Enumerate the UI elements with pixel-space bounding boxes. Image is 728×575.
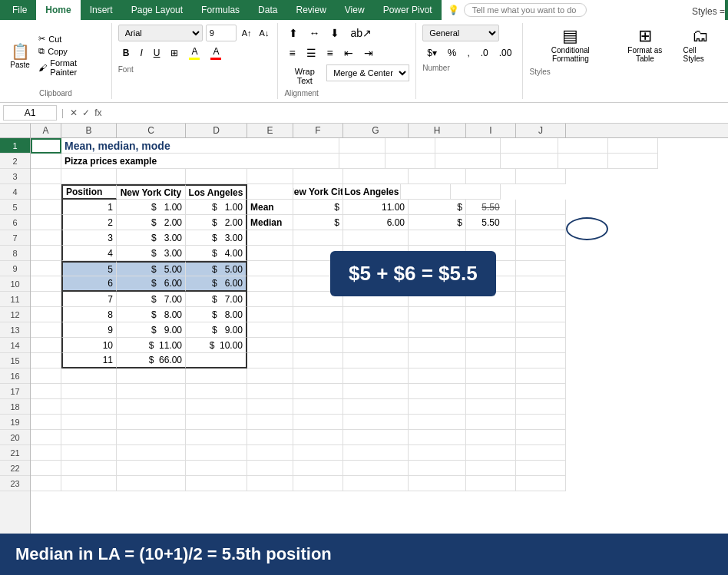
cell-h3[interactable]	[409, 169, 466, 184]
cell-j12[interactable]	[516, 307, 566, 322]
cell-e9[interactable]	[247, 261, 293, 276]
cell-c7[interactable]: $ 3.00	[117, 230, 186, 246]
number-format-select[interactable]: General	[422, 25, 499, 41]
cell-d11[interactable]: $ 7.00	[186, 292, 247, 307]
cell-c6[interactable]: $ 2.00	[117, 215, 186, 230]
col-header-j[interactable]: J	[516, 124, 566, 137]
cell-f4[interactable]: New York City	[293, 184, 343, 200]
cell-f12[interactable]	[293, 307, 343, 322]
cell-b12[interactable]: 8	[61, 307, 117, 322]
name-box[interactable]: A1	[3, 105, 57, 121]
tab-page-layout[interactable]: Page Layout	[122, 0, 192, 20]
cell-a16[interactable]	[31, 368, 61, 384]
cell-j8[interactable]	[516, 246, 566, 261]
tab-power-pivot[interactable]: Power Pivot	[374, 0, 442, 20]
cell-h12[interactable]	[409, 307, 466, 322]
cell-b13[interactable]: 9	[61, 322, 117, 338]
align-right-button[interactable]: ≡	[323, 45, 338, 61]
tab-view[interactable]: View	[336, 0, 374, 20]
cell-e6[interactable]: Median	[247, 215, 293, 230]
cell-b9[interactable]: 5	[61, 261, 117, 276]
paste-button[interactable]: 📋 Paste	[6, 41, 34, 71]
cell-a6[interactable]	[31, 215, 61, 230]
row-header-7[interactable]: 7	[0, 230, 30, 246]
decrease-indent-button[interactable]: ⇤	[339, 45, 358, 61]
cell-g15[interactable]	[343, 353, 409, 368]
row-header-18[interactable]: 18	[0, 399, 30, 415]
cell-b4-position[interactable]: Position	[61, 184, 117, 200]
cell-a15[interactable]	[31, 353, 61, 368]
cell-d14[interactable]: $ 10.00	[186, 338, 247, 353]
col-header-g[interactable]: G	[343, 124, 409, 137]
conditional-formatting-button[interactable]: ▤ Conditional Formatting	[529, 25, 611, 64]
cell-a11[interactable]	[31, 292, 61, 307]
row-header-12[interactable]: 12	[0, 307, 30, 322]
cell-b3[interactable]	[61, 169, 117, 184]
cell-c14[interactable]: $ 11.00	[117, 338, 186, 353]
text-angle-button[interactable]: ab↗	[346, 25, 376, 41]
cell-g7[interactable]	[343, 230, 409, 246]
cell-a1[interactable]	[31, 138, 61, 154]
cell-j14[interactable]	[516, 338, 566, 353]
cell-e3[interactable]	[247, 169, 293, 184]
cell-e15[interactable]	[247, 353, 293, 368]
tab-review[interactable]: Review	[286, 0, 335, 20]
cell-h2[interactable]	[501, 154, 558, 169]
cell-i1[interactable]	[558, 138, 608, 154]
cell-e2[interactable]	[339, 154, 386, 169]
cell-a4[interactable]	[31, 184, 61, 200]
dollar-format-button[interactable]: $▾	[422, 45, 442, 61]
cell-i14[interactable]	[466, 338, 516, 353]
cell-d4-la[interactable]: Los Angeles	[186, 184, 247, 200]
row-header-4[interactable]: 4	[0, 184, 30, 200]
cell-f14[interactable]	[293, 338, 343, 353]
cell-j3[interactable]	[516, 169, 566, 184]
row-header-6[interactable]: 6	[0, 215, 30, 230]
cell-i15[interactable]	[466, 353, 516, 368]
cell-i5-la-mean[interactable]: 5.50	[466, 200, 516, 215]
tab-file[interactable]: File	[3, 0, 36, 20]
cell-i6-la-median[interactable]: 5.50	[466, 215, 516, 230]
format-painter-button[interactable]: 🖌 Format Painter	[35, 58, 105, 78]
cell-c15[interactable]: $ 66.00	[117, 353, 186, 368]
cell-i3[interactable]	[466, 169, 516, 184]
row-header-19[interactable]: 19	[0, 415, 30, 430]
cell-e5[interactable]: Mean	[247, 200, 293, 215]
cell-h15[interactable]	[409, 353, 466, 368]
cell-j6[interactable]	[516, 215, 566, 230]
cell-j15[interactable]	[516, 353, 566, 368]
cell-styles-button[interactable]: 🗂 Cell Styles	[679, 25, 722, 64]
underline-button[interactable]: U	[149, 44, 165, 62]
cell-f7[interactable]	[293, 230, 343, 246]
cell-b2[interactable]: Pizza prices example	[61, 154, 339, 169]
col-header-d[interactable]: D	[186, 124, 247, 137]
cell-j7[interactable]	[516, 230, 566, 246]
cell-j4[interactable]	[451, 184, 501, 200]
cell-h1[interactable]	[501, 138, 558, 154]
row-header-22[interactable]: 22	[0, 461, 30, 476]
cell-g1[interactable]	[435, 138, 501, 154]
cell-h5-dollar[interactable]: $	[409, 200, 466, 215]
cell-j11[interactable]	[516, 292, 566, 307]
row-header-10[interactable]: 10	[0, 276, 30, 292]
cell-j9[interactable]	[516, 261, 566, 276]
row-header-15[interactable]: 15	[0, 353, 30, 368]
fill-color-button[interactable]: A	[184, 44, 204, 62]
cell-j2[interactable]	[608, 154, 658, 169]
cell-f13[interactable]	[293, 322, 343, 338]
comma-format-button[interactable]: ,	[462, 45, 474, 61]
cell-j10[interactable]	[516, 276, 566, 292]
format-table-button[interactable]: ⊞ Format as Table	[614, 25, 675, 64]
cell-b8[interactable]: 4	[61, 246, 117, 261]
confirm-formula-button[interactable]: ✓	[81, 106, 91, 120]
tab-home[interactable]: Home	[36, 0, 80, 20]
row-header-11[interactable]: 11	[0, 292, 30, 307]
cell-g12[interactable]	[343, 307, 409, 322]
cell-g14[interactable]	[343, 338, 409, 353]
cell-d3[interactable]	[186, 169, 247, 184]
cell-a8[interactable]	[31, 246, 61, 261]
cell-e12[interactable]	[247, 307, 293, 322]
row-header-16[interactable]: 16	[0, 368, 30, 384]
cell-e14[interactable]	[247, 338, 293, 353]
cell-a3[interactable]	[31, 169, 61, 184]
